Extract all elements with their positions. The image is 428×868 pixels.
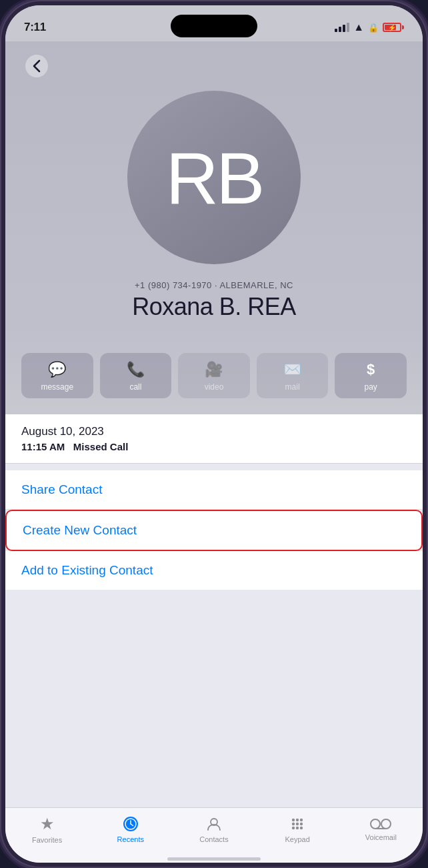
voicemail-label: Voicemail (365, 833, 397, 841)
mail-label: mail (285, 382, 300, 392)
call-type: Missed Call (73, 441, 129, 452)
svg-point-14 (371, 819, 380, 829)
contact-name: Roxana B. REA (132, 293, 296, 321)
favorites-label: Favorites (32, 836, 62, 844)
svg-point-8 (292, 823, 295, 825)
mail-button[interactable]: ✉️ mail (257, 353, 329, 398)
contacts-label: Contacts (199, 835, 228, 843)
call-info-section: August 10, 2023 11:15 AM Missed Call (5, 414, 423, 464)
create-new-contact-label: Create New Contact (23, 523, 137, 537)
call-time: 11:15 AM (21, 441, 65, 452)
avatar: RB (127, 91, 301, 264)
message-button[interactable]: 💬 message (21, 353, 93, 398)
avatar-initials: RB (166, 135, 263, 220)
call-button[interactable]: 📞 call (100, 353, 172, 398)
tab-favorites[interactable]: ★ Favorites (27, 815, 67, 844)
home-indicator-bar (167, 857, 261, 861)
create-new-contact-button[interactable]: Create New Contact (5, 510, 423, 551)
message-icon: 💬 (48, 361, 66, 378)
call-date: August 10, 2023 (21, 425, 407, 438)
message-label: message (41, 382, 73, 392)
tab-voicemail[interactable]: Voicemail (361, 817, 401, 841)
svg-point-11 (292, 827, 295, 829)
add-existing-contact-button[interactable]: Add to Existing Contact (5, 551, 423, 590)
call-time-type: 11:15 AM Missed Call (21, 441, 407, 452)
add-existing-label: Add to Existing Contact (21, 563, 153, 577)
call-label: call (129, 382, 141, 392)
video-icon: 🎥 (205, 361, 223, 378)
tab-contacts[interactable]: Contacts (194, 815, 234, 843)
svg-point-7 (300, 819, 303, 821)
tab-keypad[interactable]: Keypad (277, 815, 317, 843)
share-contact-label: Share Contact (21, 482, 102, 496)
keypad-icon (289, 815, 306, 833)
wifi-icon: ▲ (353, 21, 364, 33)
video-button[interactable]: 🎥 video (178, 353, 250, 398)
svg-point-5 (292, 819, 295, 821)
pay-icon: $ (367, 361, 375, 378)
call-icon: 📞 (127, 361, 145, 378)
status-bar: 7:11 ▲ 🔒 ⚡ (5, 5, 423, 41)
favorites-icon: ★ (40, 815, 55, 833)
content-area: August 10, 2023 11:15 AM Missed Call Sha… (5, 414, 423, 807)
home-indicator (5, 857, 423, 863)
video-label: video (205, 382, 224, 392)
svg-point-6 (296, 819, 299, 821)
screen: 7:11 ▲ 🔒 ⚡ (5, 5, 423, 863)
keypad-label: Keypad (285, 835, 310, 843)
recents-icon (122, 815, 139, 833)
tab-bar: ★ Favorites Recents Contacts (5, 807, 423, 857)
svg-point-15 (381, 819, 391, 829)
divider-1 (5, 464, 423, 470)
svg-point-12 (296, 827, 299, 829)
battery-icon: ⚡ (383, 23, 404, 32)
recents-label: Recents (117, 835, 144, 843)
status-time: 7:11 (24, 21, 46, 34)
contact-header: RB +1 (980) 734-1970 · ALBEMARLE, NC Rox… (5, 41, 423, 341)
contacts-icon (205, 815, 223, 833)
mail-icon: ✉️ (283, 361, 301, 378)
voicemail-icon (370, 817, 391, 831)
dynamic-island (171, 15, 257, 37)
svg-point-9 (296, 823, 299, 825)
lock-icon: 🔒 (368, 23, 379, 33)
contact-subtitle: +1 (980) 734-1970 · ALBEMARLE, NC (135, 280, 293, 290)
share-contact-button[interactable]: Share Contact (5, 470, 423, 510)
svg-point-13 (300, 827, 303, 829)
pay-label: pay (364, 382, 377, 392)
svg-point-10 (300, 823, 303, 825)
status-icons: ▲ 🔒 ⚡ (335, 21, 404, 33)
action-buttons: 💬 message 📞 call 🎥 video ✉️ mail $ pay (5, 341, 423, 414)
tab-recents[interactable]: Recents (111, 815, 151, 843)
pay-button[interactable]: $ pay (335, 353, 407, 398)
signal-icon (335, 23, 349, 32)
phone-frame: 7:11 ▲ 🔒 ⚡ (0, 0, 428, 868)
back-button[interactable] (25, 55, 48, 77)
